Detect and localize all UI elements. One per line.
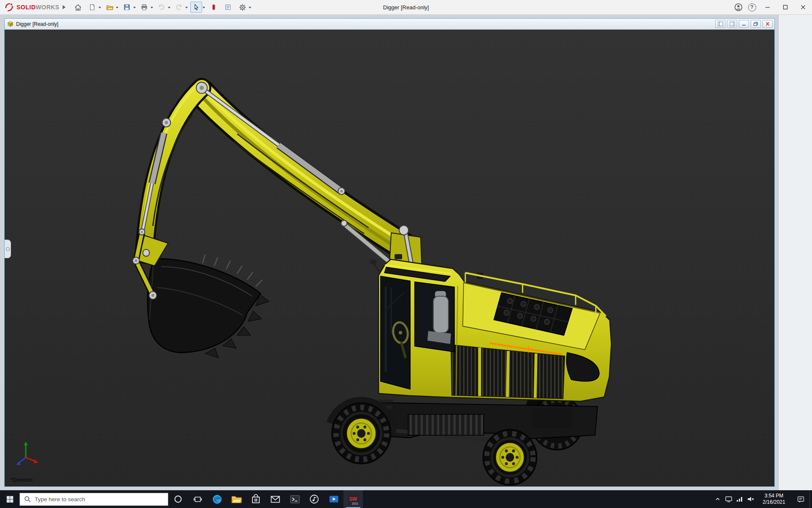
doc-minimize-button[interactable] — [739, 20, 749, 28]
show-desktop-button[interactable] — [809, 490, 812, 508]
redo-icon — [176, 4, 182, 11]
cortana-icon — [174, 495, 182, 503]
undo-icon — [158, 4, 165, 11]
help-button[interactable]: ? — [745, 0, 759, 15]
windows-taskbar: SW 2021 — [0, 490, 812, 508]
maximize-icon — [783, 5, 788, 10]
select-tool-button[interactable] — [190, 2, 202, 13]
user-account-button[interactable] — [732, 0, 745, 15]
display-icon — [725, 495, 732, 503]
pane-right-button[interactable] — [727, 20, 737, 28]
taskbar-app-mail[interactable] — [266, 490, 285, 508]
command-prompt-icon — [289, 494, 301, 505]
view-orientation-label: *Dimetric — [11, 477, 33, 483]
tray-network-button[interactable] — [734, 490, 745, 508]
cortana-button[interactable] — [168, 490, 188, 508]
taskbar-clock[interactable]: 3:54 PM 2/16/2021 — [756, 490, 792, 508]
titlebar-right-controls: ? — [732, 0, 812, 14]
3dexperience-button[interactable] — [208, 2, 219, 13]
document-title: Digger [Read-only] — [16, 21, 58, 27]
front-left-wheel — [332, 403, 391, 464]
home-icon — [74, 4, 82, 11]
workspace: Digger [Read-only] — [0, 15, 812, 490]
chevron-up-icon — [715, 496, 721, 502]
new-document-dropdown[interactable] — [99, 7, 101, 10]
groove-music-icon — [309, 494, 320, 505]
featuremanager-collapsed-tab[interactable] — [5, 240, 11, 258]
new-document-button[interactable] — [86, 2, 98, 13]
task-view-button[interactable] — [188, 490, 207, 508]
print-icon — [141, 4, 148, 11]
start-button[interactable] — [0, 490, 19, 508]
app-titlebar: SOLIDWORKS — [0, 0, 812, 15]
home-button[interactable] — [72, 2, 84, 13]
movies-tv-icon — [328, 494, 340, 505]
ds-logo-icon — [4, 2, 14, 12]
mirror — [370, 260, 376, 264]
3d-viewport-canvas[interactable] — [5, 30, 774, 486]
options-dropdown[interactable] — [249, 7, 251, 10]
open-button[interactable] — [104, 2, 115, 13]
search-input[interactable] — [35, 496, 168, 502]
triad-icon — [11, 441, 42, 471]
close-icon — [801, 5, 806, 10]
part-document-icon — [7, 21, 14, 27]
save-dropdown[interactable] — [133, 7, 136, 10]
volume-icon — [747, 495, 754, 503]
app-window-title: Digger [Read-only] — [383, 4, 429, 11]
microsoft-store-icon — [250, 494, 261, 505]
doc-restore-button[interactable] — [751, 20, 761, 28]
action-center-button[interactable] — [792, 490, 809, 508]
edge-icon — [211, 494, 223, 505]
front-right-wheel — [483, 430, 537, 485]
action-center-icon — [797, 495, 805, 503]
document-window: Digger [Read-only] — [4, 18, 775, 487]
taskbar-app-movies-tv[interactable] — [324, 490, 343, 508]
system-tray: 3:54 PM 2/16/2021 — [712, 490, 812, 508]
task-view-icon — [193, 495, 202, 504]
app-minimize-button[interactable] — [759, 0, 776, 15]
tray-volume-button[interactable] — [745, 490, 756, 508]
task-pane-strip — [778, 15, 812, 490]
doc-restore-icon — [753, 22, 758, 26]
search-icon — [24, 496, 31, 502]
select-cursor-icon — [193, 4, 200, 11]
taskbar-app-groove-music[interactable] — [304, 490, 324, 508]
options-gear-icon — [239, 4, 246, 11]
taskbar-search[interactable] — [19, 493, 168, 506]
new-document-icon — [89, 4, 96, 11]
reference-triad[interactable] — [11, 441, 42, 473]
app-close-button[interactable] — [794, 0, 812, 15]
file-explorer-icon — [231, 494, 242, 505]
file-properties-icon — [225, 4, 231, 11]
pane-left-button[interactable] — [715, 20, 725, 28]
brand-text: SOLIDWORKS — [16, 4, 59, 11]
hidden-icons-button[interactable] — [712, 490, 723, 508]
print-dropdown[interactable] — [151, 7, 153, 10]
doc-close-icon — [765, 22, 770, 26]
options-button[interactable] — [236, 2, 248, 13]
print-button[interactable] — [138, 2, 150, 13]
doc-close-button[interactable] — [763, 20, 773, 28]
file-properties-button[interactable] — [222, 2, 234, 13]
taskbar-app-store[interactable] — [246, 490, 266, 508]
tray-display-button[interactable] — [723, 490, 734, 508]
undo-dropdown[interactable] — [168, 7, 170, 10]
undo-button[interactable] — [156, 2, 167, 13]
app-maximize-button[interactable] — [776, 0, 794, 15]
taskbar-app-solidworks[interactable]: SW 2021 — [343, 490, 363, 508]
save-button[interactable] — [121, 2, 133, 13]
redo-dropdown[interactable] — [185, 7, 188, 10]
taskbar-app-command-prompt[interactable] — [285, 490, 304, 508]
toolbar-expander-icon[interactable] — [63, 5, 68, 9]
open-dropdown[interactable] — [116, 7, 118, 10]
help-icon: ? — [748, 3, 756, 11]
beacon — [395, 254, 402, 259]
document-titlebar[interactable]: Digger [Read-only] — [5, 19, 774, 30]
doc-minimize-icon — [741, 22, 746, 26]
redo-button[interactable] — [173, 2, 185, 13]
taskbar-app-edge[interactable] — [207, 490, 227, 508]
taskbar-app-file-explorer[interactable] — [227, 490, 246, 508]
quick-access-toolbar — [72, 2, 253, 13]
select-tool-dropdown[interactable] — [203, 7, 205, 10]
